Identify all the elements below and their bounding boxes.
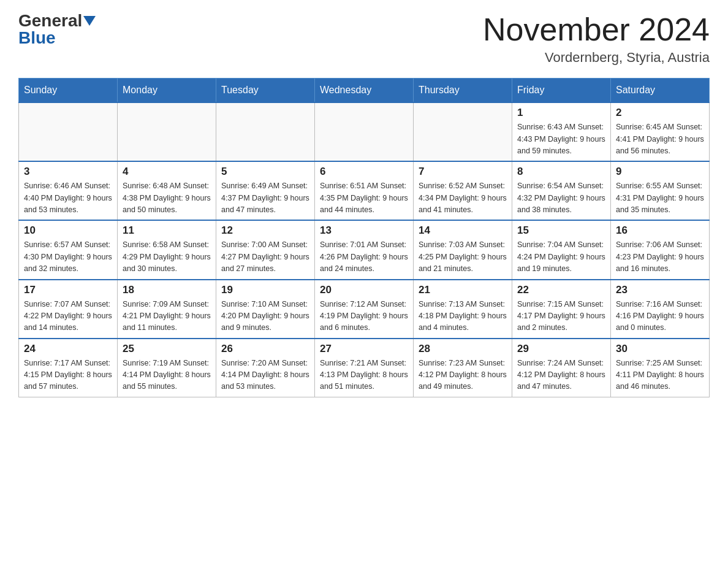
calendar-cell: 6Sunrise: 6:51 AM Sunset: 4:35 PM Daylig… [315, 161, 414, 220]
calendar-cell: 2Sunrise: 6:45 AM Sunset: 4:41 PM Daylig… [611, 102, 710, 161]
week-row-1: 1Sunrise: 6:43 AM Sunset: 4:43 PM Daylig… [19, 102, 710, 161]
day-number: 11 [123, 224, 211, 237]
day-info: Sunrise: 7:25 AM Sunset: 4:11 PM Dayligh… [616, 358, 704, 393]
day-info: Sunrise: 7:00 AM Sunset: 4:27 PM Dayligh… [221, 239, 309, 275]
day-info: Sunrise: 7:01 AM Sunset: 4:26 PM Dayligh… [320, 239, 408, 275]
day-info: Sunrise: 7:09 AM Sunset: 4:21 PM Dayligh… [123, 299, 211, 334]
logo: General Blue [18, 12, 96, 47]
calendar-cell: 11Sunrise: 6:58 AM Sunset: 4:29 PM Dayli… [118, 220, 216, 279]
week-row-4: 17Sunrise: 7:07 AM Sunset: 4:22 PM Dayli… [19, 280, 710, 339]
day-info: Sunrise: 6:45 AM Sunset: 4:41 PM Dayligh… [616, 121, 704, 157]
day-info: Sunrise: 6:48 AM Sunset: 4:38 PM Dayligh… [123, 180, 211, 216]
day-number: 8 [517, 166, 605, 178]
calendar-cell: 13Sunrise: 7:01 AM Sunset: 4:26 PM Dayli… [315, 220, 414, 279]
logo-general-text: General [18, 12, 82, 29]
day-number: 3 [24, 166, 112, 178]
day-number: 22 [517, 284, 605, 296]
calendar-cell: 10Sunrise: 6:57 AM Sunset: 4:30 PM Dayli… [19, 220, 118, 279]
logo-blue-text: Blue [18, 28, 56, 47]
day-info: Sunrise: 7:10 AM Sunset: 4:20 PM Dayligh… [221, 299, 309, 334]
day-info: Sunrise: 7:03 AM Sunset: 4:25 PM Dayligh… [419, 239, 507, 275]
day-number: 16 [616, 224, 704, 237]
calendar-cell [19, 102, 118, 161]
calendar-cell: 18Sunrise: 7:09 AM Sunset: 4:21 PM Dayli… [118, 280, 216, 339]
day-number: 12 [221, 224, 309, 237]
day-info: Sunrise: 6:57 AM Sunset: 4:30 PM Dayligh… [24, 239, 112, 275]
calendar-cell [414, 102, 512, 161]
calendar-cell: 5Sunrise: 6:49 AM Sunset: 4:37 PM Daylig… [216, 161, 315, 220]
day-number: 28 [419, 343, 507, 355]
day-number: 2 [616, 107, 704, 119]
day-number: 23 [616, 284, 704, 296]
calendar-cell: 3Sunrise: 6:46 AM Sunset: 4:40 PM Daylig… [19, 161, 118, 220]
day-number: 26 [221, 343, 309, 355]
day-number: 4 [123, 166, 211, 178]
day-info: Sunrise: 6:51 AM Sunset: 4:35 PM Dayligh… [320, 180, 408, 216]
page-header: General Blue November 2024 Vordernberg, … [18, 12, 710, 66]
calendar-cell: 7Sunrise: 6:52 AM Sunset: 4:34 PM Daylig… [414, 161, 512, 220]
day-number: 30 [616, 343, 704, 355]
calendar-cell: 15Sunrise: 7:04 AM Sunset: 4:24 PM Dayli… [512, 220, 611, 279]
calendar-cell: 14Sunrise: 7:03 AM Sunset: 4:25 PM Dayli… [414, 220, 512, 279]
weekday-header-tuesday: Tuesday [216, 79, 315, 103]
day-number: 7 [419, 166, 507, 178]
title-section: November 2024 Vordernberg, Styria, Austr… [483, 12, 710, 66]
day-number: 19 [221, 284, 309, 296]
weekday-header-monday: Monday [118, 79, 216, 103]
calendar-cell: 1Sunrise: 6:43 AM Sunset: 4:43 PM Daylig… [512, 102, 611, 161]
location-title: Vordernberg, Styria, Austria [483, 50, 710, 66]
day-info: Sunrise: 6:55 AM Sunset: 4:31 PM Dayligh… [616, 180, 704, 216]
day-number: 17 [24, 284, 112, 296]
day-number: 18 [123, 284, 211, 296]
calendar-cell: 23Sunrise: 7:16 AM Sunset: 4:16 PM Dayli… [611, 280, 710, 339]
calendar-cell: 27Sunrise: 7:21 AM Sunset: 4:13 PM Dayli… [315, 339, 414, 397]
day-number: 13 [320, 224, 408, 237]
calendar-cell: 30Sunrise: 7:25 AM Sunset: 4:11 PM Dayli… [611, 339, 710, 397]
week-row-2: 3Sunrise: 6:46 AM Sunset: 4:40 PM Daylig… [19, 161, 710, 220]
day-number: 9 [616, 166, 704, 178]
day-info: Sunrise: 7:12 AM Sunset: 4:19 PM Dayligh… [320, 299, 408, 334]
day-info: Sunrise: 7:24 AM Sunset: 4:12 PM Dayligh… [517, 358, 605, 393]
calendar-cell: 21Sunrise: 7:13 AM Sunset: 4:18 PM Dayli… [414, 280, 512, 339]
weekday-header-wednesday: Wednesday [315, 79, 414, 103]
day-number: 20 [320, 284, 408, 296]
day-info: Sunrise: 6:43 AM Sunset: 4:43 PM Dayligh… [517, 121, 605, 157]
day-number: 29 [517, 343, 605, 355]
calendar-cell [315, 102, 414, 161]
day-number: 15 [517, 224, 605, 237]
day-number: 24 [24, 343, 112, 355]
weekday-header-saturday: Saturday [611, 79, 710, 103]
day-info: Sunrise: 6:54 AM Sunset: 4:32 PM Dayligh… [517, 180, 605, 216]
day-info: Sunrise: 7:07 AM Sunset: 4:22 PM Dayligh… [24, 299, 112, 334]
calendar-cell: 26Sunrise: 7:20 AM Sunset: 4:14 PM Dayli… [216, 339, 315, 397]
calendar-cell: 17Sunrise: 7:07 AM Sunset: 4:22 PM Dayli… [19, 280, 118, 339]
calendar-cell: 9Sunrise: 6:55 AM Sunset: 4:31 PM Daylig… [611, 161, 710, 220]
day-info: Sunrise: 7:23 AM Sunset: 4:12 PM Dayligh… [419, 358, 507, 393]
day-number: 1 [517, 107, 605, 119]
month-title: November 2024 [483, 12, 710, 47]
calendar-cell: 28Sunrise: 7:23 AM Sunset: 4:12 PM Dayli… [414, 339, 512, 397]
day-info: Sunrise: 7:15 AM Sunset: 4:17 PM Dayligh… [517, 299, 605, 334]
day-info: Sunrise: 7:13 AM Sunset: 4:18 PM Dayligh… [419, 299, 507, 334]
day-info: Sunrise: 7:19 AM Sunset: 4:14 PM Dayligh… [123, 358, 211, 393]
day-info: Sunrise: 6:58 AM Sunset: 4:29 PM Dayligh… [123, 239, 211, 275]
day-info: Sunrise: 7:04 AM Sunset: 4:24 PM Dayligh… [517, 239, 605, 275]
calendar-cell [118, 102, 216, 161]
calendar-cell: 4Sunrise: 6:48 AM Sunset: 4:38 PM Daylig… [118, 161, 216, 220]
calendar-cell: 19Sunrise: 7:10 AM Sunset: 4:20 PM Dayli… [216, 280, 315, 339]
weekday-header-row: SundayMondayTuesdayWednesdayThursdayFrid… [19, 79, 710, 103]
day-info: Sunrise: 7:16 AM Sunset: 4:16 PM Dayligh… [616, 299, 704, 334]
calendar-cell: 20Sunrise: 7:12 AM Sunset: 4:19 PM Dayli… [315, 280, 414, 339]
calendar-cell: 29Sunrise: 7:24 AM Sunset: 4:12 PM Dayli… [512, 339, 611, 397]
weekday-header-thursday: Thursday [414, 79, 512, 103]
logo-triangle-icon [83, 16, 96, 26]
day-number: 5 [221, 166, 309, 178]
day-number: 6 [320, 166, 408, 178]
day-info: Sunrise: 7:17 AM Sunset: 4:15 PM Dayligh… [24, 358, 112, 393]
day-info: Sunrise: 6:52 AM Sunset: 4:34 PM Dayligh… [419, 180, 507, 216]
day-info: Sunrise: 7:20 AM Sunset: 4:14 PM Dayligh… [221, 358, 309, 393]
day-info: Sunrise: 7:21 AM Sunset: 4:13 PM Dayligh… [320, 358, 408, 393]
calendar-cell: 22Sunrise: 7:15 AM Sunset: 4:17 PM Dayli… [512, 280, 611, 339]
day-number: 10 [24, 224, 112, 237]
calendar-cell [216, 102, 315, 161]
